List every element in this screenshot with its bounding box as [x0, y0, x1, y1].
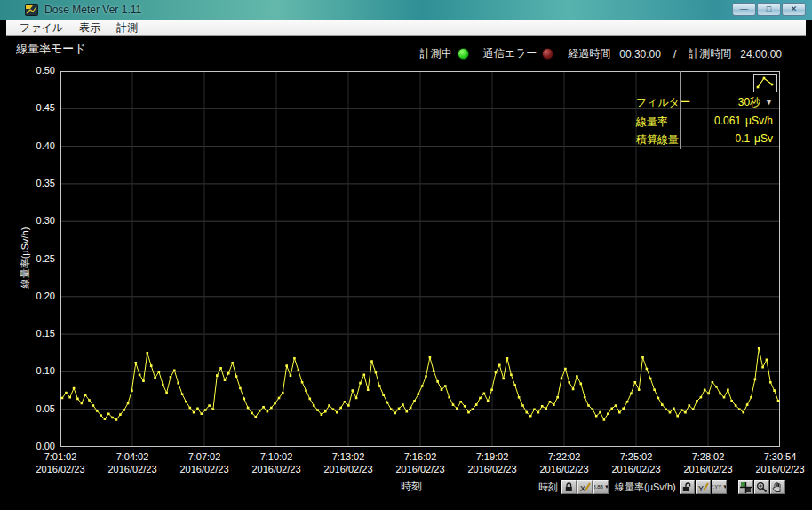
x-axis-title: 時刻 — [380, 479, 442, 494]
hand-icon — [772, 482, 784, 493]
menu-bar: ファイル表示計測 — [6, 20, 806, 36]
total-dose-unit: μSv — [754, 132, 773, 145]
svg-text:X: X — [580, 484, 585, 493]
dose-rate-unit: μSv/h — [745, 115, 773, 127]
chevron-down-icon: ▼ — [604, 484, 609, 490]
x-format-text: 8.88 — [593, 484, 603, 490]
y-tick-label: 0.35 — [4, 178, 55, 188]
total-dose-readout: 0.1μSv — [657, 132, 773, 145]
measuring-label: 計測中 — [420, 46, 452, 61]
graph-tools — [738, 480, 785, 494]
y-tick-label: 0.40 — [4, 140, 55, 151]
y-tick-label: 0.45 — [4, 102, 55, 113]
y-tick-label: 0.30 — [4, 215, 55, 226]
elapsed-time-value: 00:30:00 — [619, 48, 661, 60]
plot-legend[interactable] — [753, 74, 777, 92]
dose-rate-value: 0.061 — [714, 115, 741, 127]
x-tick-label: 7:19:022016/02/23 — [451, 450, 533, 475]
x-tick-label: 7:30:542016/02/23 — [739, 450, 812, 475]
x-format-button[interactable]: 8.88▼ — [593, 480, 609, 494]
plot-legend-icon — [754, 75, 776, 92]
app-icon — [25, 4, 38, 16]
zoom-tool-button[interactable] — [754, 480, 769, 494]
y-tick-label: 0.50 — [4, 65, 55, 76]
measuring-led-icon — [458, 48, 469, 60]
y-axis-title: 線量率(μSv/h) — [19, 227, 32, 289]
y-format-button[interactable]: Y.YY▼ — [712, 480, 727, 494]
filter-dropdown[interactable]: 30秒▼ — [657, 95, 773, 110]
maximize-button[interactable]: □ — [757, 3, 781, 16]
chevron-down-icon: ▼ — [722, 484, 727, 490]
y-autoscale-button[interactable]: Y — [696, 480, 711, 494]
x-tick-label: 7:13:022016/02/23 — [307, 450, 389, 475]
menu-item-0[interactable]: ファイル — [12, 20, 71, 36]
crosshair-icon — [740, 482, 752, 493]
app-window: Dose Meter Ver 1.11 — □ ✕ ファイル表示計測 線量率モー… — [0, 0, 812, 510]
y-tick-label: 0.05 — [4, 403, 55, 414]
x-autoscale-button[interactable]: X — [577, 480, 593, 494]
x-tick-label: 7:25:022016/02/23 — [595, 450, 677, 475]
x-tick-label: 7:10:022016/02/23 — [235, 450, 317, 475]
x-tick-label: 7:04:022016/02/23 — [92, 450, 173, 475]
chevron-down-icon: ▼ — [765, 98, 773, 107]
y-scale-buttons: Y Y.YY▼ — [680, 480, 727, 494]
magnifier-icon — [756, 482, 768, 493]
y-scale-lock-button[interactable] — [680, 480, 695, 494]
x-palette-label: 時刻 — [538, 481, 558, 494]
measure-duration-value: 24:00:00 — [740, 48, 782, 60]
x-tick-label: 7:28:022016/02/23 — [667, 450, 749, 475]
y-tick-label: 0.20 — [4, 291, 55, 301]
y-format-text: Y.YY — [712, 484, 721, 490]
graph-palette: 時刻 X 8.88▼ 線量率(μSv/h) — [538, 479, 792, 495]
y-autoscale-icon: Y — [697, 482, 709, 493]
x-autoscale-icon: X — [579, 482, 591, 493]
menu-item-2[interactable]: 計測 — [108, 20, 146, 36]
x-scale-lock-button[interactable] — [561, 480, 577, 494]
y-tick-label: 0.15 — [4, 328, 55, 339]
x-tick-label: 7:01:022016/02/23 — [20, 450, 101, 475]
close-button[interactable]: ✕ — [782, 3, 806, 16]
dose-rate-readout: 0.061μSv/h — [657, 115, 773, 127]
lock-open-icon — [681, 482, 693, 493]
status-row: 計測中 通信エラー 経過時間 00:30:00 / 計測時間 24:00:00 — [420, 46, 782, 61]
cursor-tool-button[interactable] — [738, 480, 753, 494]
mode-title: 線量率モード — [16, 41, 86, 57]
x-tick-label: 7:07:022016/02/23 — [163, 450, 245, 475]
x-tick-label: 7:16:022016/02/23 — [379, 450, 461, 475]
y-tick-label: 0.10 — [4, 365, 55, 376]
total-dose-value: 0.1 — [735, 132, 750, 145]
filter-value: 30秒 — [738, 96, 760, 108]
svg-text:Y: Y — [698, 484, 704, 493]
x-tick-label: 7:22:022016/02/23 — [523, 450, 605, 475]
y-palette-label: 線量率(μSv/h) — [615, 481, 676, 494]
measure-duration-label: 計測時間 — [689, 46, 731, 61]
lock-closed-icon — [563, 482, 575, 493]
window-title: Dose Meter Ver 1.11 — [44, 4, 141, 16]
x-scale-buttons: X 8.88▼ — [561, 480, 609, 494]
comm-error-led-icon — [542, 48, 553, 60]
title-bar: Dose Meter Ver 1.11 — □ ✕ — [0, 0, 812, 20]
elapsed-time-label: 経過時間 — [568, 46, 610, 61]
menu-item-1[interactable]: 表示 — [71, 20, 108, 36]
pan-tool-button[interactable] — [770, 480, 785, 494]
time-separator: / — [673, 48, 676, 60]
comm-error-label: 通信エラー — [483, 46, 537, 61]
minimize-button[interactable]: — — [732, 3, 756, 16]
plot-area — [60, 71, 780, 447]
